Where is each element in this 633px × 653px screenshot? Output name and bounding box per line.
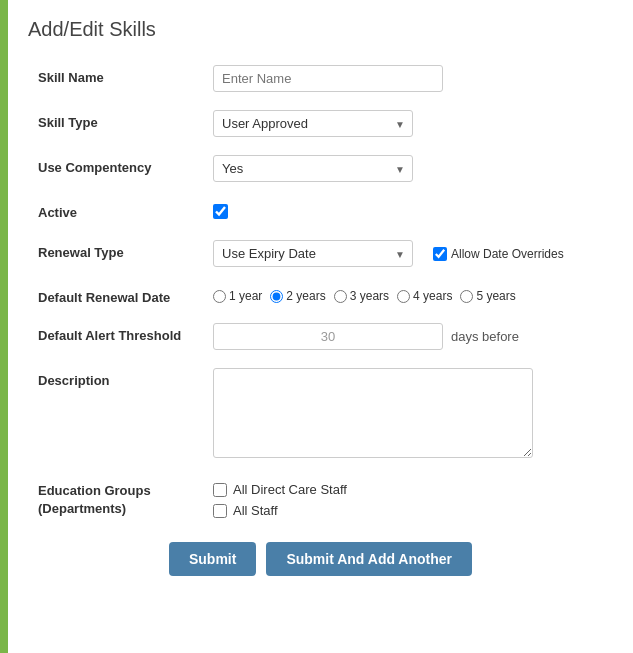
active-checkbox[interactable] xyxy=(213,204,228,219)
submit-button[interactable]: Submit xyxy=(169,542,256,576)
renewal-1year-option[interactable]: 1 year xyxy=(213,289,262,303)
renewal-type-row: Renewal Type Use Expiry Date None Annual xyxy=(38,240,603,267)
skill-name-input[interactable] xyxy=(213,65,443,92)
edu-all-staff-text: All Staff xyxy=(233,503,278,518)
education-groups-label: Education Groups (Departments) xyxy=(38,479,213,518)
description-textarea[interactable] xyxy=(213,368,533,458)
default-renewal-date-row: Default Renewal Date 1 year 2 years xyxy=(38,285,603,305)
alert-threshold-label: Default Alert Threshold xyxy=(38,323,213,343)
description-label: Description xyxy=(38,368,213,388)
use-competency-select-wrapper: Yes No xyxy=(213,155,413,182)
renewal-1year-radio[interactable] xyxy=(213,290,226,303)
renewal-type-field: Use Expiry Date None Annual Allow Date O… xyxy=(213,240,603,267)
education-groups-label-line2: (Departments) xyxy=(38,501,126,516)
skill-type-field: User Approved System Manual xyxy=(213,110,603,137)
active-row: Active xyxy=(38,200,603,222)
education-groups-field: All Direct Care Staff All Staff xyxy=(213,479,603,518)
alert-threshold-row: Default Alert Threshold days before xyxy=(38,323,603,350)
edu-all-staff-checkbox[interactable] xyxy=(213,504,227,518)
active-label: Active xyxy=(38,200,213,220)
renewal-type-select[interactable]: Use Expiry Date None Annual xyxy=(213,240,413,267)
skill-name-label: Skill Name xyxy=(38,65,213,85)
use-competency-label: Use Compentency xyxy=(38,155,213,175)
skill-type-select-wrapper: User Approved System Manual xyxy=(213,110,413,137)
renewal-4years-option[interactable]: 4 years xyxy=(397,289,452,303)
renewal-4years-radio[interactable] xyxy=(397,290,410,303)
default-renewal-date-label: Default Renewal Date xyxy=(38,285,213,305)
renewal-1year-label: 1 year xyxy=(229,289,262,303)
button-row: Submit Submit And Add Another xyxy=(38,542,603,596)
alert-threshold-field: days before xyxy=(213,323,603,350)
education-groups-row: Education Groups (Departments) All Direc… xyxy=(38,479,603,518)
renewal-2years-option[interactable]: 2 years xyxy=(270,289,325,303)
renewal-5years-option[interactable]: 5 years xyxy=(460,289,515,303)
edu-direct-care-label[interactable]: All Direct Care Staff xyxy=(213,482,603,497)
renewal-3years-option[interactable]: 3 years xyxy=(334,289,389,303)
skill-type-row: Skill Type User Approved System Manual xyxy=(38,110,603,137)
days-before-label: days before xyxy=(451,329,519,344)
edu-all-staff-label[interactable]: All Staff xyxy=(213,503,603,518)
use-competency-select[interactable]: Yes No xyxy=(213,155,413,182)
renewal-5years-radio[interactable] xyxy=(460,290,473,303)
active-field xyxy=(213,200,603,222)
alert-threshold-input[interactable] xyxy=(213,323,443,350)
renewal-4years-label: 4 years xyxy=(413,289,452,303)
renewal-2years-label: 2 years xyxy=(286,289,325,303)
renewal-2years-radio[interactable] xyxy=(270,290,283,303)
renewal-type-select-wrapper: Use Expiry Date None Annual xyxy=(213,240,413,267)
edu-direct-care-text: All Direct Care Staff xyxy=(233,482,347,497)
education-groups-label-line1: Education Groups xyxy=(38,483,151,498)
skill-name-row: Skill Name xyxy=(38,65,603,92)
description-row: Description xyxy=(38,368,603,461)
skill-name-field xyxy=(213,65,603,92)
skill-type-select[interactable]: User Approved System Manual xyxy=(213,110,413,137)
default-renewal-date-field: 1 year 2 years 3 years 4 years xyxy=(213,285,603,303)
skill-type-label: Skill Type xyxy=(38,110,213,130)
renewal-type-label: Renewal Type xyxy=(38,240,213,260)
renewal-3years-label: 3 years xyxy=(350,289,389,303)
submit-add-another-button[interactable]: Submit And Add Another xyxy=(266,542,472,576)
renewal-3years-radio[interactable] xyxy=(334,290,347,303)
allow-override-text: Allow Date Overrides xyxy=(451,247,564,261)
allow-override-label[interactable]: Allow Date Overrides xyxy=(433,247,564,261)
use-competency-row: Use Compentency Yes No xyxy=(38,155,603,182)
allow-override-checkbox[interactable] xyxy=(433,247,447,261)
edu-direct-care-checkbox[interactable] xyxy=(213,483,227,497)
use-competency-field: Yes No xyxy=(213,155,603,182)
renewal-5years-label: 5 years xyxy=(476,289,515,303)
accent-bar xyxy=(0,0,8,653)
page-title: Add/Edit Skills xyxy=(28,18,613,41)
description-field xyxy=(213,368,603,461)
